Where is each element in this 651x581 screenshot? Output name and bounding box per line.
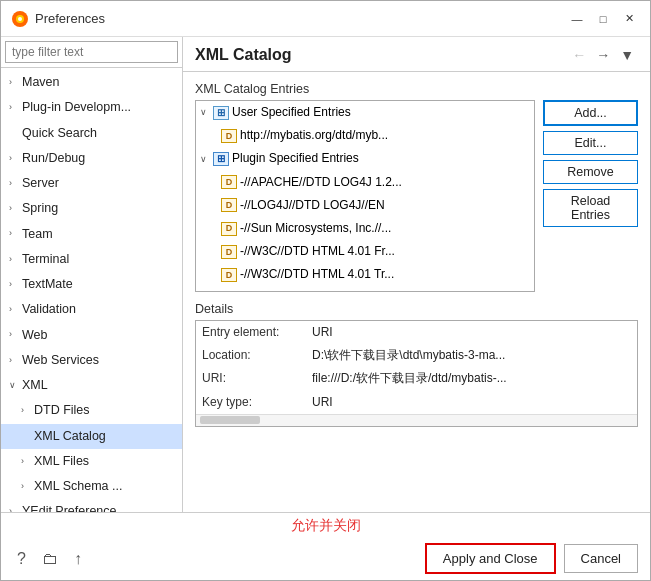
catalog-tree[interactable]: ∨ ⊞ User Specified Entries D http://myba…: [196, 101, 534, 291]
add-button[interactable]: Add...: [543, 100, 638, 126]
sidebar-item-label: DTD Files: [34, 400, 90, 421]
details-hscroll[interactable]: [196, 414, 637, 426]
chevron-icon: ›: [9, 75, 19, 90]
chevron-icon: ›: [9, 302, 19, 317]
chevron-icon: ›: [9, 277, 19, 292]
sidebar-item-label: Web: [22, 325, 47, 346]
catalog-item-user-specified[interactable]: ∨ ⊞ User Specified Entries: [196, 101, 534, 124]
apply-close-button[interactable]: Apply and Close: [425, 543, 556, 574]
bottom-area: 允许并关闭 ? 🗀 ↑ Apply and Close Cancel: [1, 512, 650, 580]
catalog-item-label: -//W3C//DTD HTML 4.01 Tr...: [240, 265, 394, 284]
sidebar-item-team[interactable]: › Team: [1, 222, 182, 247]
nav-forward-button[interactable]: →: [592, 45, 614, 65]
catalog-item-label: Plugin Specified Entries: [232, 149, 359, 168]
detail-label: Location:: [202, 346, 312, 365]
title-controls: — □ ✕: [566, 9, 640, 29]
catalog-item-sun[interactable]: D -//Sun Microsystems, Inc.//...: [196, 217, 534, 240]
catalog-item-label: -//Sun Microsystems, Inc.//...: [240, 219, 391, 238]
doc-icon: D: [221, 268, 237, 282]
sidebar-item-plugin[interactable]: › Plug-in Developm...: [1, 95, 182, 120]
sidebar-item-maven[interactable]: › Maven: [1, 70, 182, 95]
sidebar-item-xmlschema[interactable]: › XML Schema ...: [1, 474, 182, 499]
sidebar-item-validation[interactable]: › Validation: [1, 297, 182, 322]
nav-dropdown-button[interactable]: ▼: [616, 45, 638, 65]
sidebar-item-rundebug[interactable]: › Run/Debug: [1, 146, 182, 171]
title-bar: Preferences — □ ✕: [1, 1, 650, 37]
catalog-item-w3c-fr[interactable]: D -//W3C//DTD HTML 4.01 Fr...: [196, 240, 534, 263]
edit-button[interactable]: Edit...: [543, 131, 638, 155]
sidebar-item-label: Validation: [22, 299, 76, 320]
sidebar-item-xml[interactable]: ∨ XML: [1, 373, 182, 398]
sidebar: › Maven › Plug-in Developm... Quick Sear…: [1, 37, 183, 512]
export-button[interactable]: ↑: [70, 548, 86, 570]
catalog-tree-wrap: ∨ ⊞ User Specified Entries D http://myba…: [195, 100, 535, 292]
doc-icon: D: [221, 198, 237, 212]
catalog-item-label: User Specified Entries: [232, 103, 351, 122]
filter-input-wrap: [1, 37, 182, 68]
details-box: Entry element: URI Location: D:\软件下载目录\d…: [195, 320, 638, 427]
cancel-button[interactable]: Cancel: [564, 544, 638, 573]
catalog-item-log4j2[interactable]: D -//LOG4J//DTD LOG4J//EN: [196, 194, 534, 217]
sidebar-item-xmlfiles[interactable]: › XML Files: [1, 449, 182, 474]
chevron-icon: ›: [9, 252, 19, 267]
catalog-item-w3c-e[interactable]: D -//W3C//DTD HTML 4.01/E...: [196, 287, 534, 292]
chevron-icon: ›: [9, 201, 19, 216]
sidebar-item-label: Plug-in Developm...: [22, 97, 131, 118]
sidebar-item-label: XML Schema ...: [34, 476, 122, 497]
detail-value: URI: [312, 323, 333, 342]
detail-row-keytype: Key type: URI: [196, 391, 637, 414]
panel-body: XML Catalog Entries ∨ ⊞ User Specified E…: [183, 72, 650, 512]
filter-input[interactable]: [5, 41, 178, 63]
detail-label: URI:: [202, 369, 312, 388]
detail-value: URI: [312, 393, 333, 412]
main-content: › Maven › Plug-in Developm... Quick Sear…: [1, 37, 650, 512]
details-scroll-wrap[interactable]: Entry element: URI Location: D:\软件下载目录\d…: [196, 321, 637, 414]
sidebar-item-spring[interactable]: › Spring: [1, 196, 182, 221]
chevron-icon: ∨: [200, 105, 210, 119]
chevron-icon: ›: [9, 151, 19, 166]
sidebar-item-label: XML: [22, 375, 48, 396]
chevron-icon: ›: [21, 454, 31, 469]
nav-back-button[interactable]: ←: [568, 45, 590, 65]
sidebar-item-label: Maven: [22, 72, 60, 93]
maximize-button[interactable]: □: [592, 9, 614, 29]
help-button[interactable]: ?: [13, 548, 30, 570]
chevron-icon: ›: [21, 403, 31, 418]
right-panel: XML Catalog ← → ▼ XML Catalog Entries: [183, 37, 650, 512]
detail-row-entry: Entry element: URI: [196, 321, 637, 344]
sidebar-item-label: Spring: [22, 198, 58, 219]
minimize-button[interactable]: —: [566, 9, 588, 29]
reload-button[interactable]: Reload Entries: [543, 189, 638, 227]
chinese-hint: 允许并关闭: [1, 513, 650, 537]
chevron-icon: ›: [9, 504, 19, 512]
sidebar-item-webservices[interactable]: › Web Services: [1, 348, 182, 373]
sidebar-item-terminal[interactable]: › Terminal: [1, 247, 182, 272]
app-icon: [11, 10, 29, 28]
catalog-item-plugin-specified[interactable]: ∨ ⊞ Plugin Specified Entries: [196, 147, 534, 170]
sidebar-item-textmate[interactable]: › TextMate: [1, 272, 182, 297]
catalog-item-w3c-tr[interactable]: D -//W3C//DTD HTML 4.01 Tr...: [196, 263, 534, 286]
sidebar-item-label: TextMate: [22, 274, 73, 295]
sidebar-item-web[interactable]: › Web: [1, 323, 182, 348]
dialog-title: Preferences: [35, 11, 105, 26]
catalog-section: XML Catalog Entries ∨ ⊞ User Specified E…: [195, 82, 638, 292]
chevron-icon: ›: [9, 176, 19, 191]
sidebar-tree: › Maven › Plug-in Developm... Quick Sear…: [1, 68, 182, 512]
sidebar-item-dtd[interactable]: › DTD Files: [1, 398, 182, 423]
sidebar-item-label: XML Catalog: [34, 426, 106, 447]
close-button[interactable]: ✕: [618, 9, 640, 29]
sidebar-item-server[interactable]: › Server: [1, 171, 182, 196]
remove-button[interactable]: Remove: [543, 160, 638, 184]
catalog-item-mybatis[interactable]: D http://mybatis.org/dtd/myb...: [196, 124, 534, 147]
detail-row-location: Location: D:\软件下载目录\dtd\mybatis-3-ma...: [196, 344, 637, 367]
sidebar-item-yedit[interactable]: › YEdit Preference ...: [1, 499, 182, 512]
sidebar-item-xmlcatalog[interactable]: XML Catalog: [1, 424, 182, 449]
chevron-icon: ›: [9, 327, 19, 342]
catalog-item-log4j1[interactable]: D -//APACHE//DTD LOG4J 1.2...: [196, 171, 534, 194]
sidebar-item-label: Quick Search: [22, 123, 97, 144]
title-bar-left: Preferences: [11, 10, 105, 28]
sidebar-item-quicksearch[interactable]: Quick Search: [1, 121, 182, 146]
folder-button[interactable]: 🗀: [38, 548, 62, 570]
bottom-buttons: ? 🗀 ↑ Apply and Close Cancel: [1, 537, 650, 580]
world-icon: ⊞: [213, 106, 229, 120]
